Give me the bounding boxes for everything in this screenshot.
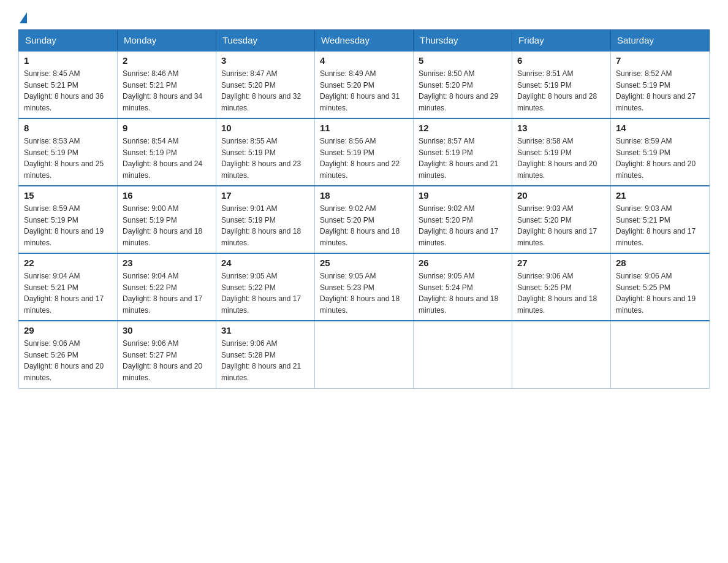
day-info: Sunrise: 8:59 AMSunset: 5:19 PMDaylight:… — [616, 137, 696, 180]
day-info: Sunrise: 8:46 AMSunset: 5:21 PMDaylight:… — [123, 69, 202, 112]
calendar-cell: 8 Sunrise: 8:53 AMSunset: 5:19 PMDayligh… — [19, 118, 118, 186]
day-number: 20 — [517, 190, 605, 201]
calendar-cell — [414, 321, 512, 388]
day-number: 11 — [320, 123, 408, 133]
calendar-cell: 20 Sunrise: 9:03 AMSunset: 5:20 PMDaylig… — [512, 186, 611, 253]
day-info: Sunrise: 9:06 AMSunset: 5:25 PMDaylight:… — [616, 272, 696, 315]
day-info: Sunrise: 8:47 AMSunset: 5:20 PMDaylight:… — [221, 69, 301, 112]
calendar-cell: 29 Sunrise: 9:06 AMSunset: 5:26 PMDaylig… — [19, 321, 118, 388]
day-number: 9 — [123, 123, 211, 133]
day-info: Sunrise: 9:06 AMSunset: 5:25 PMDaylight:… — [517, 272, 597, 315]
day-info: Sunrise: 9:05 AMSunset: 5:22 PMDaylight:… — [221, 272, 301, 315]
day-info: Sunrise: 9:03 AMSunset: 5:21 PMDaylight:… — [616, 204, 696, 247]
day-number: 3 — [221, 55, 309, 66]
calendar-cell: 24 Sunrise: 9:05 AMSunset: 5:22 PMDaylig… — [216, 253, 315, 321]
day-number: 7 — [616, 55, 704, 66]
day-info: Sunrise: 8:55 AMSunset: 5:19 PMDaylight:… — [221, 137, 301, 180]
day-info: Sunrise: 9:05 AMSunset: 5:23 PMDaylight:… — [320, 272, 400, 315]
day-number: 17 — [221, 190, 309, 201]
day-info: Sunrise: 8:57 AMSunset: 5:19 PMDaylight:… — [419, 137, 498, 180]
day-number: 26 — [419, 258, 507, 268]
day-number: 16 — [123, 190, 211, 201]
day-number: 10 — [221, 123, 309, 133]
calendar-week-row: 15 Sunrise: 8:59 AMSunset: 5:19 PMDaylig… — [19, 186, 710, 253]
calendar-cell: 4 Sunrise: 8:49 AMSunset: 5:20 PMDayligh… — [315, 51, 414, 118]
calendar-week-row: 1 Sunrise: 8:45 AMSunset: 5:21 PMDayligh… — [19, 51, 710, 118]
day-number: 19 — [419, 190, 507, 201]
calendar-cell: 10 Sunrise: 8:55 AMSunset: 5:19 PMDaylig… — [216, 118, 315, 186]
day-info: Sunrise: 8:54 AMSunset: 5:19 PMDaylight:… — [123, 137, 202, 180]
calendar-week-row: 29 Sunrise: 9:06 AMSunset: 5:26 PMDaylig… — [19, 321, 710, 388]
day-info: Sunrise: 9:06 AMSunset: 5:28 PMDaylight:… — [221, 339, 301, 382]
day-number: 4 — [320, 55, 408, 66]
day-info: Sunrise: 8:49 AMSunset: 5:20 PMDaylight:… — [320, 69, 400, 112]
weekday-header-thursday: Thursday — [414, 30, 512, 52]
day-number: 12 — [419, 123, 507, 133]
day-number: 14 — [616, 123, 704, 133]
calendar-header-row: SundayMondayTuesdayWednesdayThursdayFrid… — [19, 30, 710, 52]
weekday-header-friday: Friday — [512, 30, 611, 52]
calendar-cell: 12 Sunrise: 8:57 AMSunset: 5:19 PMDaylig… — [414, 118, 512, 186]
calendar-cell: 11 Sunrise: 8:56 AMSunset: 5:19 PMDaylig… — [315, 118, 414, 186]
logo — [18, 12, 27, 23]
day-info: Sunrise: 8:58 AMSunset: 5:19 PMDaylight:… — [517, 137, 597, 180]
day-number: 21 — [616, 190, 704, 201]
page-header — [18, 12, 710, 23]
day-info: Sunrise: 9:02 AMSunset: 5:20 PMDaylight:… — [419, 204, 498, 247]
calendar-cell: 23 Sunrise: 9:04 AMSunset: 5:22 PMDaylig… — [118, 253, 216, 321]
calendar-cell: 30 Sunrise: 9:06 AMSunset: 5:27 PMDaylig… — [118, 321, 216, 388]
calendar-cell: 16 Sunrise: 9:00 AMSunset: 5:19 PMDaylig… — [118, 186, 216, 253]
calendar-cell — [315, 321, 414, 388]
calendar-cell: 2 Sunrise: 8:46 AMSunset: 5:21 PMDayligh… — [118, 51, 216, 118]
day-number: 15 — [24, 190, 112, 201]
calendar-cell: 17 Sunrise: 9:01 AMSunset: 5:19 PMDaylig… — [216, 186, 315, 253]
day-number: 28 — [616, 258, 704, 268]
calendar-cell: 5 Sunrise: 8:50 AMSunset: 5:20 PMDayligh… — [414, 51, 512, 118]
calendar-week-row: 22 Sunrise: 9:04 AMSunset: 5:21 PMDaylig… — [19, 253, 710, 321]
day-info: Sunrise: 9:06 AMSunset: 5:27 PMDaylight:… — [123, 339, 202, 382]
calendar-cell: 3 Sunrise: 8:47 AMSunset: 5:20 PMDayligh… — [216, 51, 315, 118]
day-number: 31 — [221, 325, 309, 335]
calendar-cell: 21 Sunrise: 9:03 AMSunset: 5:21 PMDaylig… — [611, 186, 710, 253]
calendar-cell: 19 Sunrise: 9:02 AMSunset: 5:20 PMDaylig… — [414, 186, 512, 253]
calendar-cell: 27 Sunrise: 9:06 AMSunset: 5:25 PMDaylig… — [512, 253, 611, 321]
day-info: Sunrise: 8:45 AMSunset: 5:21 PMDaylight:… — [24, 69, 104, 112]
day-number: 8 — [24, 123, 112, 133]
day-number: 23 — [123, 258, 211, 268]
day-info: Sunrise: 9:00 AMSunset: 5:19 PMDaylight:… — [123, 204, 202, 247]
weekday-header-wednesday: Wednesday — [315, 30, 414, 52]
day-info: Sunrise: 8:52 AMSunset: 5:19 PMDaylight:… — [616, 69, 696, 112]
calendar-cell: 9 Sunrise: 8:54 AMSunset: 5:19 PMDayligh… — [118, 118, 216, 186]
day-number: 24 — [221, 258, 309, 268]
calendar-cell: 26 Sunrise: 9:05 AMSunset: 5:24 PMDaylig… — [414, 253, 512, 321]
weekday-header-saturday: Saturday — [611, 30, 710, 52]
day-info: Sunrise: 9:02 AMSunset: 5:20 PMDaylight:… — [320, 204, 400, 247]
calendar-table: SundayMondayTuesdayWednesdayThursdayFrid… — [18, 29, 710, 389]
day-info: Sunrise: 8:53 AMSunset: 5:19 PMDaylight:… — [24, 137, 104, 180]
day-number: 5 — [419, 55, 507, 66]
day-number: 25 — [320, 258, 408, 268]
day-info: Sunrise: 8:59 AMSunset: 5:19 PMDaylight:… — [24, 204, 104, 247]
calendar-cell: 6 Sunrise: 8:51 AMSunset: 5:19 PMDayligh… — [512, 51, 611, 118]
weekday-header-monday: Monday — [118, 30, 216, 52]
calendar-cell: 14 Sunrise: 8:59 AMSunset: 5:19 PMDaylig… — [611, 118, 710, 186]
calendar-cell: 28 Sunrise: 9:06 AMSunset: 5:25 PMDaylig… — [611, 253, 710, 321]
day-number: 6 — [517, 55, 605, 66]
day-number: 13 — [517, 123, 605, 133]
day-info: Sunrise: 9:03 AMSunset: 5:20 PMDaylight:… — [517, 204, 597, 247]
weekday-header-tuesday: Tuesday — [216, 30, 315, 52]
calendar-cell: 18 Sunrise: 9:02 AMSunset: 5:20 PMDaylig… — [315, 186, 414, 253]
logo-triangle-icon — [20, 12, 27, 23]
day-number: 27 — [517, 258, 605, 268]
day-number: 18 — [320, 190, 408, 201]
day-number: 1 — [24, 55, 112, 66]
day-number: 29 — [24, 325, 112, 335]
calendar-week-row: 8 Sunrise: 8:53 AMSunset: 5:19 PMDayligh… — [19, 118, 710, 186]
calendar-cell — [512, 321, 611, 388]
calendar-cell: 1 Sunrise: 8:45 AMSunset: 5:21 PMDayligh… — [19, 51, 118, 118]
weekday-header-sunday: Sunday — [19, 30, 118, 52]
calendar-cell: 22 Sunrise: 9:04 AMSunset: 5:21 PMDaylig… — [19, 253, 118, 321]
calendar-cell: 7 Sunrise: 8:52 AMSunset: 5:19 PMDayligh… — [611, 51, 710, 118]
calendar-cell: 25 Sunrise: 9:05 AMSunset: 5:23 PMDaylig… — [315, 253, 414, 321]
calendar-cell: 13 Sunrise: 8:58 AMSunset: 5:19 PMDaylig… — [512, 118, 611, 186]
